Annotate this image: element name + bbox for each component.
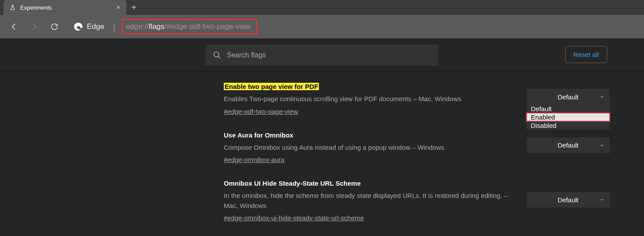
- back-button[interactable]: [5, 18, 23, 35]
- flag-select[interactable]: Default: [526, 137, 610, 153]
- svg-point-0: [214, 52, 219, 57]
- flag-item: Use Aura for Omnibox Compose Omnibox usi…: [224, 131, 610, 164]
- site-identity[interactable]: Edge |: [74, 22, 122, 32]
- reset-all-button[interactable]: Reset all: [565, 46, 607, 63]
- chevron-down-icon: [599, 143, 605, 148]
- chevron-down-icon: [599, 197, 605, 202]
- flag-title: Enable two page view for PDF: [224, 83, 319, 90]
- search-icon: [213, 51, 222, 60]
- refresh-button[interactable]: [46, 18, 63, 35]
- url-host: flags: [149, 22, 165, 31]
- separator: |: [113, 22, 115, 32]
- flag-anchor[interactable]: #edge-pdf-two-page-view: [224, 108, 298, 115]
- close-icon[interactable]: ×: [117, 4, 120, 11]
- edge-logo-icon: [74, 22, 83, 32]
- tab-strip: Experiments × +: [0, 0, 644, 15]
- dropdown-option[interactable]: Default: [526, 105, 610, 113]
- chevron-down-icon: [599, 94, 605, 99]
- flags-topbar: Reset all: [0, 39, 644, 71]
- flag-select[interactable]: Default: [526, 89, 610, 105]
- select-value: Default: [558, 93, 579, 101]
- flag-item: Omnibox UI Hide Steady-State URL Scheme …: [224, 180, 610, 222]
- url-text[interactable]: edge://flags/#edge-pdf-two-page-view: [122, 21, 255, 33]
- page-content: Reset all Enable two page view for PDF E…: [0, 39, 644, 236]
- flask-icon: [10, 4, 16, 11]
- browser-tab[interactable]: Experiments ×: [4, 0, 126, 15]
- flag-item: Enable two page view for PDF Enables Two…: [224, 83, 610, 116]
- search-input[interactable]: [227, 51, 431, 59]
- flags-list: Enable two page view for PDF Enables Two…: [224, 71, 610, 222]
- brand-label: Edge: [87, 22, 104, 31]
- flag-anchor[interactable]: #edge-omnibox-ui-hide-steady-state-url-s…: [224, 214, 364, 222]
- flag-dropdown: Default Enabled Disabled: [526, 105, 610, 130]
- url-scheme: edge://: [126, 22, 149, 31]
- flag-description: Enables Two-page continuous scrolling vi…: [224, 94, 518, 104]
- address-bar[interactable]: Edge | edge://flags/#edge-pdf-two-page-v…: [74, 21, 639, 33]
- flag-description: Compose Omnibox using Aura instead of us…: [224, 143, 518, 153]
- flag-title: Use Aura for Omnibox: [224, 131, 293, 139]
- dropdown-option[interactable]: Enabled: [526, 113, 610, 121]
- url-path: /#edge-pdf-two-page-view: [165, 22, 251, 31]
- flag-select[interactable]: Default: [526, 192, 610, 208]
- forward-button[interactable]: [25, 18, 43, 35]
- flag-description: In the omnibox, hide the scheme from ste…: [224, 191, 518, 211]
- select-value: Default: [558, 141, 579, 149]
- toolbar: Edge | edge://flags/#edge-pdf-two-page-v…: [0, 15, 644, 39]
- tab-title: Experiments: [20, 4, 52, 11]
- flag-title: Omnibox UI Hide Steady-State URL Scheme: [224, 180, 361, 187]
- new-tab-button[interactable]: +: [126, 0, 141, 15]
- dropdown-option[interactable]: Disabled: [526, 121, 610, 130]
- select-value: Default: [558, 196, 579, 204]
- search-box[interactable]: [206, 45, 438, 66]
- flag-anchor[interactable]: #edge-omnibox-aura: [224, 156, 284, 163]
